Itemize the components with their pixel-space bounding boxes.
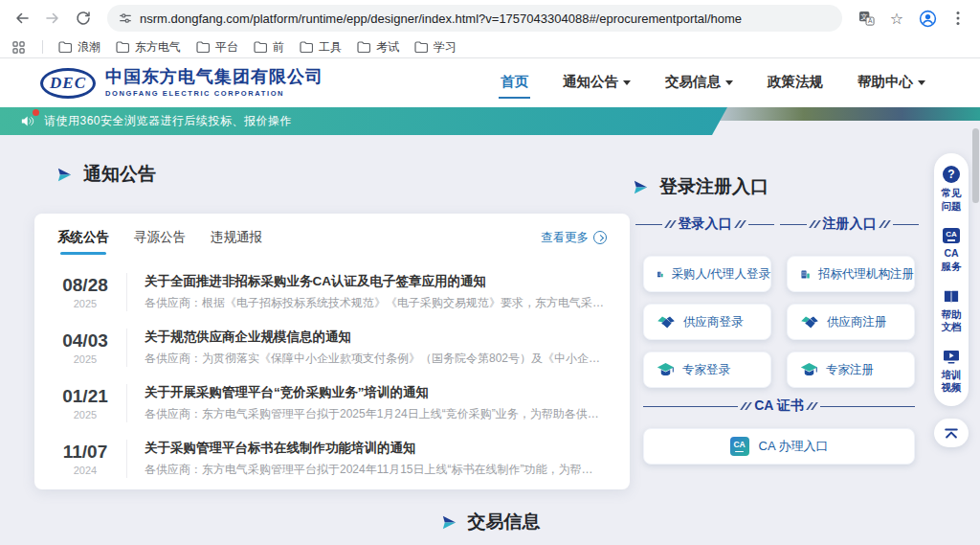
profile-button[interactable] — [915, 6, 940, 31]
sidebar-item-ca-service[interactable]: CA CA服务 — [940, 228, 963, 273]
folder-icon — [254, 41, 267, 53]
chevron-up-icon — [944, 428, 959, 439]
ca-apply-button[interactable]: CA CA 办理入口 — [643, 428, 915, 465]
graduation-cap-icon — [657, 362, 675, 377]
floating-sidebar: ? 常见问题 CA CA服务 帮助文档 培训视频 — [934, 153, 969, 406]
announcement-title[interactable]: 关于开展采购管理平台“竞价采购业务”培训的通知 — [145, 384, 607, 401]
chevron-right-circle-icon — [593, 231, 607, 244]
book-icon — [943, 289, 960, 305]
login-entrance-header: 登录入口 — [635, 216, 774, 233]
transactions-section-title: 交易信息 — [440, 510, 541, 534]
bookmark-folder[interactable]: 工具 — [300, 39, 342, 56]
nav-home[interactable]: 首页 — [499, 67, 530, 99]
bookmark-label: 浪潮 — [78, 39, 100, 56]
announcement-desc: 各供应商：根据《电子招标投标系统技术规范》《电子采购交易规范》要求，东方电气采购… — [145, 295, 607, 311]
notification-dot — [33, 109, 39, 116]
bookmark-folder[interactable]: 考试 — [357, 39, 399, 56]
svg-text:A: A — [867, 17, 872, 24]
bookmark-label: 工具 — [319, 39, 342, 56]
forward-button[interactable] — [40, 6, 65, 31]
site-header: DEC 中国东方电气集团有限公司 DONGFANG ELECTRIC CORPO… — [0, 58, 980, 107]
translate-button[interactable]: 文A — [854, 6, 879, 31]
announcement-date: 11/07 2024 — [57, 442, 113, 476]
reload-button[interactable] — [71, 6, 96, 31]
url-bar[interactable]: nsrm.dongfang.com/platform/runtime/epp/d… — [107, 5, 842, 32]
announcement-item[interactable]: 04/03 2025 关于规范供应商企业规模信息的通知 各供应商：为贯彻落实《保… — [57, 320, 607, 375]
bookmarks-separator — [42, 40, 43, 54]
apps-grid-icon — [12, 41, 25, 54]
bookmark-folder[interactable]: 学习 — [414, 39, 457, 56]
announcement-desc: 各供应商：东方电气采购管理平台拟于2025年1月24日上线“竞价采购”业务，为帮… — [145, 406, 607, 422]
page-body: DEC 中国东方电气集团有限公司 DONGFANG ELECTRIC CORPO… — [0, 58, 980, 545]
announcement-title[interactable]: 关于全面推进非招标采购业务CA认证及电子签章应用的通知 — [145, 273, 607, 290]
url-text: nsrm.dongfang.com/platform/runtime/epp/d… — [140, 11, 742, 26]
tune-icon — [119, 11, 132, 25]
folder-icon — [414, 41, 428, 53]
menu-button[interactable] — [946, 6, 970, 31]
scrollbar-thumb[interactable] — [972, 128, 979, 203]
main-nav: 首页 通知公告 交易信息 政策法规 帮助中心 — [499, 67, 927, 99]
expert-register-button[interactable]: 专家注册 — [787, 352, 915, 388]
browser-chrome: nsrm.dongfang.com/platform/runtime/epp/d… — [0, 0, 980, 58]
dropdown-caret-icon — [918, 80, 925, 85]
bookmark-label: 东方电气 — [135, 39, 181, 56]
bookmark-folder[interactable]: 东方电气 — [116, 39, 181, 56]
sidebar-item-training-videos[interactable]: 培训视频 — [940, 350, 963, 395]
folder-icon — [357, 41, 370, 53]
register-entrance-header: 注册入口 — [780, 216, 919, 233]
announcement-title[interactable]: 关于规范供应商企业规模信息的通知 — [145, 329, 607, 346]
back-to-top-button[interactable] — [934, 419, 969, 447]
section-arrow-icon — [56, 166, 74, 184]
bookmark-label: 平台 — [215, 39, 238, 56]
handshake-icon — [657, 314, 676, 329]
announcement-title[interactable]: 关于采购管理平台标书在线制作功能培训的通知 — [145, 440, 607, 457]
dec-logo-icon: DEC — [40, 68, 96, 99]
view-more-link[interactable]: 查看更多 — [541, 230, 607, 255]
nav-help-center[interactable]: 帮助中心 — [856, 67, 927, 99]
announcement-item[interactable]: 01/21 2025 关于开展采购管理平台“竞价采购业务”培训的通知 各供应商：… — [57, 375, 607, 431]
announcement-desc: 各供应商：为贯彻落实《保障中小企业款项支付条例》（国务院令第802号）及《中小企… — [145, 351, 607, 367]
back-button[interactable] — [10, 6, 34, 31]
announcement-tabs: 系统公告 寻源公告 违规通报 查看更多 — [57, 229, 607, 255]
profile-icon — [919, 10, 937, 28]
browser-toolbar: nsrm.dongfang.com/platform/runtime/epp/d… — [0, 0, 980, 36]
bookmark-star-button[interactable]: ☆ — [884, 6, 909, 31]
tab-violation-reports[interactable]: 违规通报 — [211, 229, 262, 255]
ca-badge-icon: CA — [730, 437, 749, 456]
bidding-agency-register-button[interactable]: 招标代理机构注册 — [787, 256, 915, 292]
dropdown-caret-icon — [725, 80, 733, 85]
folder-icon — [196, 41, 210, 53]
supplier-login-button[interactable]: 供应商登录 — [643, 304, 771, 340]
nav-notices[interactable]: 通知公告 — [561, 67, 633, 99]
section-arrow-icon — [440, 513, 458, 532]
announcement-item[interactable]: 11/07 2024 关于采购管理平台标书在线制作功能培训的通知 各供应商：东方… — [57, 431, 607, 487]
building-icon — [657, 266, 664, 283]
supplier-register-button[interactable]: 供应商注册 — [787, 304, 915, 340]
bookmark-folder[interactable]: 浪潮 — [58, 39, 100, 56]
nav-policies[interactable]: 政策法规 — [766, 67, 825, 99]
bookmark-folder[interactable]: 平台 — [196, 39, 238, 56]
expert-login-button[interactable]: 专家登录 — [643, 352, 771, 388]
building-icon — [800, 266, 811, 283]
nav-transactions[interactable]: 交易信息 — [663, 67, 735, 99]
notice-bar: 请使用360安全浏览器进行后续投标、报价操作 — [0, 107, 727, 135]
announcement-desc: 各供应商：东方电气采购管理平台拟于2024年11月15日上线“标书在线制作”功能… — [145, 462, 607, 478]
back-icon — [14, 11, 30, 26]
tab-system-notices[interactable]: 系统公告 — [57, 229, 109, 255]
purchaser-login-button[interactable]: 采购人/代理人登录 — [643, 256, 771, 292]
bookmark-folder[interactable]: 前 — [254, 39, 284, 56]
announcement-item[interactable]: 08/28 2025 关于全面推进非招标采购业务CA认证及电子签章应用的通知 各… — [57, 264, 607, 320]
sidebar-item-faq[interactable]: ? 常见问题 — [940, 166, 963, 213]
announcements-section-title: 通知公告 — [56, 162, 156, 187]
dropdown-caret-icon — [623, 80, 631, 85]
bookmark-label: 前 — [273, 39, 284, 56]
company-logo[interactable]: DEC 中国东方电气集团有限公司 DONGFANG ELECTRIC CORPO… — [40, 68, 323, 99]
bookmark-label: 学习 — [434, 39, 457, 56]
apps-grid-button[interactable] — [10, 38, 27, 56]
announcements-card: 系统公告 寻源公告 违规通报 查看更多 08/28 2025 关于全面推进非招标… — [34, 214, 630, 489]
sidebar-item-help-docs[interactable]: 帮助文档 — [940, 289, 963, 334]
bookmark-label: 考试 — [376, 39, 399, 56]
company-name-cn: 中国东方电气集团有限公司 — [105, 68, 323, 87]
tab-sourcing-notices[interactable]: 寻源公告 — [134, 229, 186, 255]
notice-text: 请使用360安全浏览器进行后续投标、报价操作 — [44, 113, 292, 129]
